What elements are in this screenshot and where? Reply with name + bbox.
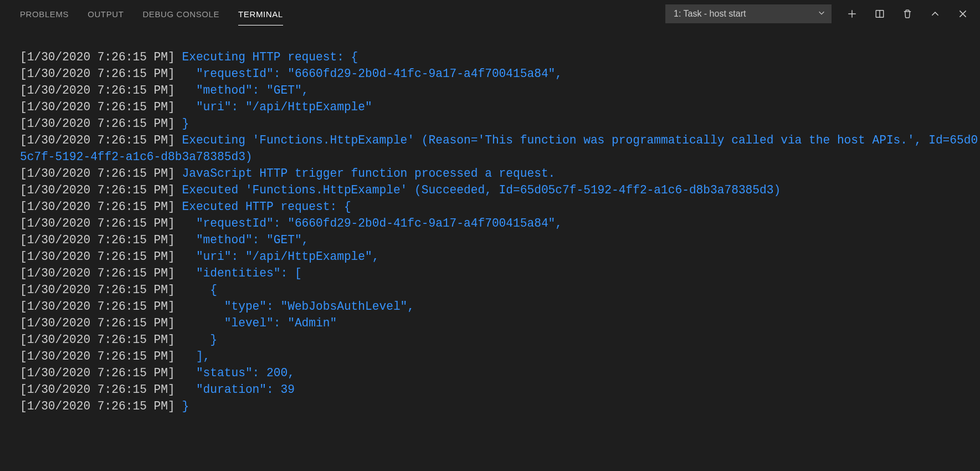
log-message: } [175,117,189,130]
log-timestamp: [1/30/2020 7:26:15 PM] [20,267,175,280]
log-timestamp: [1/30/2020 7:26:15 PM] [20,350,175,363]
kill-terminal-button[interactable] [901,8,914,20]
terminal-line: [1/30/2020 7:26:15 PM] "type": "WebJobsA… [20,298,980,315]
log-message: "duration": 39 [175,383,295,396]
log-timestamp: [1/30/2020 7:26:15 PM] [20,183,175,197]
terminal-line: [1/30/2020 7:26:15 PM] "status": 200, [20,365,980,381]
new-terminal-button[interactable] [846,8,858,20]
log-timestamp: [1/30/2020 7:26:15 PM] [20,200,175,213]
log-message: "level": "Admin" [175,316,337,330]
tab-output[interactable]: OUTPUT [88,3,124,25]
log-message: JavaScript HTTP trigger function process… [175,167,556,180]
terminal-line: [1/30/2020 7:26:15 PM] "method": "GET", [20,232,980,248]
terminal-instance-select[interactable]: 1: Task - host start [665,4,832,23]
terminal-line: [1/30/2020 7:26:15 PM] "method": "GET", [20,82,980,99]
log-timestamp: [1/30/2020 7:26:15 PM] [20,84,175,97]
terminal-line: [1/30/2020 7:26:15 PM] "identities": [ [20,265,980,281]
log-timestamp: [1/30/2020 7:26:15 PM] [20,134,175,147]
terminal-line: [1/30/2020 7:26:15 PM] "requestId": "666… [20,215,980,232]
log-timestamp: [1/30/2020 7:26:15 PM] [20,316,175,330]
log-timestamp: [1/30/2020 7:26:15 PM] [20,366,175,380]
terminal-line: [1/30/2020 7:26:15 PM] Executing 'Functi… [20,132,980,165]
log-timestamp: [1/30/2020 7:26:15 PM] [20,217,175,230]
log-message: { [175,283,217,296]
close-panel-button[interactable] [957,8,969,20]
terminal-line: [1/30/2020 7:26:15 PM] JavaScript HTTP t… [20,165,980,182]
log-message: Executed HTTP request: { [175,200,351,213]
log-message: "requestId": "6660fd29-2b0d-41fc-9a17-a4… [175,67,562,80]
log-timestamp: [1/30/2020 7:26:15 PM] [20,67,175,80]
chevron-down-icon [818,9,825,19]
panel-header: PROBLEMS OUTPUT DEBUG CONSOLE TERMINAL 1… [0,0,980,28]
tab-problems[interactable]: PROBLEMS [20,3,69,25]
log-message: Executed 'Functions.HttpExample' (Succee… [175,183,781,197]
terminal-line: [1/30/2020 7:26:15 PM] Executing HTTP re… [20,49,980,65]
split-terminal-button[interactable] [874,8,886,20]
log-timestamp: [1/30/2020 7:26:15 PM] [20,233,175,247]
terminal-select-label: 1: Task - host start [674,9,746,19]
log-timestamp: [1/30/2020 7:26:15 PM] [20,333,175,346]
log-message: "requestId": "6660fd29-2b0d-41fc-9a17-a4… [175,217,562,230]
terminal-line: [1/30/2020 7:26:15 PM] "uri": "/api/Http… [20,99,980,115]
log-timestamp: [1/30/2020 7:26:15 PM] [20,250,175,263]
log-timestamp: [1/30/2020 7:26:15 PM] [20,50,175,64]
log-message: "uri": "/api/HttpExample", [175,250,379,263]
terminal-output[interactable]: [1/30/2020 7:26:15 PM] Executing HTTP re… [0,28,980,414]
log-timestamp: [1/30/2020 7:26:15 PM] [20,167,175,180]
log-timestamp: [1/30/2020 7:26:15 PM] [20,100,175,114]
log-message: Executing HTTP request: { [175,50,358,64]
terminal-line: [1/30/2020 7:26:15 PM] "requestId": "666… [20,65,980,82]
log-message: "method": "GET", [175,84,309,97]
log-timestamp: [1/30/2020 7:26:15 PM] [20,400,175,413]
log-timestamp: [1/30/2020 7:26:15 PM] [20,383,175,396]
log-timestamp: [1/30/2020 7:26:15 PM] [20,283,175,296]
terminal-line: [1/30/2020 7:26:15 PM] ], [20,348,980,365]
terminal-line: [1/30/2020 7:26:15 PM] "uri": "/api/Http… [20,248,980,265]
log-message: } [175,333,217,346]
log-message: "method": "GET", [175,233,309,247]
log-message: "status": 200, [175,366,295,380]
log-message: "identities": [ [175,267,302,280]
terminal-line: [1/30/2020 7:26:15 PM] } [20,115,980,132]
log-message: ], [175,350,211,363]
terminal-line: [1/30/2020 7:26:15 PM] "level": "Admin" [20,315,980,331]
terminal-line: [1/30/2020 7:26:15 PM] { [20,281,980,298]
log-message: } [175,400,189,413]
log-timestamp: [1/30/2020 7:26:15 PM] [20,300,175,313]
maximize-panel-button[interactable] [929,8,941,20]
terminal-actions [846,8,969,20]
terminal-line: [1/30/2020 7:26:15 PM] } [20,331,980,348]
tab-terminal[interactable]: TERMINAL [238,3,283,25]
terminal-line: [1/30/2020 7:26:15 PM] Executed HTTP req… [20,198,980,215]
log-timestamp: [1/30/2020 7:26:15 PM] [20,117,175,130]
log-message: "uri": "/api/HttpExample" [175,100,372,114]
terminal-line: [1/30/2020 7:26:15 PM] "duration": 39 [20,381,980,398]
terminal-line: [1/30/2020 7:26:15 PM] Executed 'Functio… [20,182,980,198]
panel-tabs: PROBLEMS OUTPUT DEBUG CONSOLE TERMINAL [20,0,283,28]
terminal-line: [1/30/2020 7:26:15 PM] } [20,398,980,414]
log-message: "type": "WebJobsAuthLevel", [175,300,414,313]
tab-debug-console[interactable]: DEBUG CONSOLE [142,3,219,25]
